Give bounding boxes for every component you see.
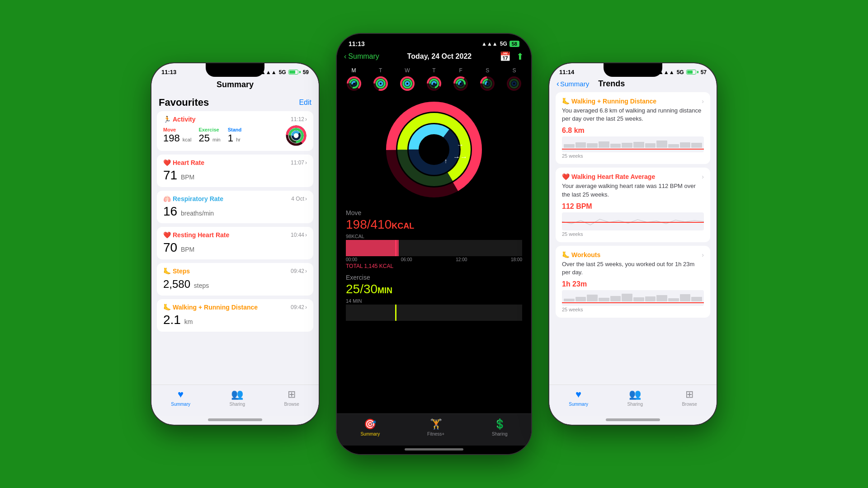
center-nav: ‹ Summary Today, 24 Oct 2022 📅 ⬆ xyxy=(337,49,531,66)
tab-summary-center[interactable]: 🎯 Summary xyxy=(360,418,380,436)
back-button-right[interactable]: ‹ Summary xyxy=(557,79,589,89)
activity-card[interactable]: 🏃 Activity 11:12 › Move 198 xyxy=(157,111,313,151)
back-chevron-center: ‹ xyxy=(344,52,346,61)
trend-hr-weeks: 25 weeks xyxy=(562,231,704,237)
day-ring-thu xyxy=(426,75,442,92)
day-ring-mon xyxy=(346,75,362,92)
day-sat[interactable]: S xyxy=(479,67,495,92)
resp-value: 16 breaths/min xyxy=(163,204,307,219)
resting-hr-header: ❤️ Resting Heart Rate 10:44 › xyxy=(163,231,307,239)
activity-time: 11:12 › xyxy=(291,116,307,122)
tab-summary-label-right: Summary xyxy=(569,402,588,407)
stand-value: 1 hr xyxy=(228,132,242,144)
exercise-stat-value-row: 25/30MIN xyxy=(346,282,522,296)
tab-summary-left[interactable]: ♥ Summary xyxy=(171,389,190,407)
day-wed[interactable]: W xyxy=(399,67,415,92)
tab-sharing-center[interactable]: 💲 Sharing xyxy=(492,418,507,436)
home-indicator-left xyxy=(208,418,262,421)
trend-workouts-value: 1h 23m xyxy=(562,280,704,288)
bar xyxy=(691,143,702,148)
share-icon[interactable]: ⬆ xyxy=(516,51,524,62)
day-thu[interactable]: T xyxy=(426,67,442,92)
battery-body-left xyxy=(288,70,298,75)
trend-workouts-weeks: 25 weeks xyxy=(562,307,704,312)
browse-icon-left: ⊞ xyxy=(288,389,296,400)
edit-button[interactable]: Edit xyxy=(299,99,311,107)
activity-header: 🏃 Activity 11:12 › xyxy=(163,116,307,123)
resp-header: 🫁 Respiratory Rate 4 Oct › xyxy=(163,195,307,202)
notch-left xyxy=(206,63,264,77)
bar xyxy=(668,298,679,301)
tab-browse-left[interactable]: ⊞ Browse xyxy=(284,389,299,407)
day-tue[interactable]: T xyxy=(373,67,389,92)
trend-workouts-card[interactable]: 🦶 Workouts › Over the last 25 weeks, you… xyxy=(556,246,710,318)
trend-workouts-chevron: › xyxy=(702,251,704,258)
trend-walking-chart xyxy=(562,136,704,152)
resp-rate-card[interactable]: 🫁 Respiratory Rate 4 Oct › 16 breaths/mi… xyxy=(157,191,313,223)
steps-icon: 🦶 xyxy=(163,267,171,275)
back-chevron-right: ‹ xyxy=(557,79,559,89)
trend-hr-value: 112 BPM xyxy=(562,202,704,211)
day-selector: M T xyxy=(337,66,531,95)
hr-time: 11:07 › xyxy=(291,160,307,166)
bar xyxy=(599,298,609,301)
steps-card[interactable]: 🦶 Steps 09:42 › 2,580 steps xyxy=(157,263,313,296)
trend-walking-value: 6.8 km xyxy=(562,127,704,135)
trend-workouts-desc: Over the last 25 weeks, you worked out f… xyxy=(562,260,704,277)
bar xyxy=(564,144,575,148)
resting-hr-card[interactable]: ❤️ Resting Heart Rate 10:44 › 70 BPM xyxy=(157,227,313,259)
day-mon[interactable]: M xyxy=(346,67,362,92)
trend-walking-line xyxy=(562,149,704,150)
walking-dist-card[interactable]: 🦶 Walking + Running Distance 09:42 › 2.1… xyxy=(157,299,313,332)
notch-center xyxy=(400,34,468,50)
battery-left xyxy=(288,70,301,75)
trend-walking-card[interactable]: 🦶 Walking + Running Distance › You avera… xyxy=(556,92,710,164)
exercise-label: Exercise xyxy=(198,127,220,132)
notch-right xyxy=(604,63,662,77)
move-bar-spike xyxy=(395,240,396,256)
large-activity-rings: → →→ ↑ xyxy=(384,100,484,199)
trend-walking-weeks: 25 weeks xyxy=(562,153,704,159)
walking-dist-value: 2.1 km xyxy=(163,313,307,327)
bar xyxy=(645,143,656,148)
activity-icon: 🏃 xyxy=(163,116,171,123)
trends-scroll: 🦶 Walking + Running Distance › You avera… xyxy=(549,92,717,385)
bar xyxy=(576,297,586,302)
day-sun[interactable]: S xyxy=(506,67,522,92)
resting-hr-time: 10:44 › xyxy=(291,232,307,238)
activity-chevron: › xyxy=(305,116,307,122)
tab-fitness-center[interactable]: 🏋 Fitness+ xyxy=(427,418,444,436)
heart-rate-card[interactable]: ❤️ Heart Rate 11:07 › 71 BPM xyxy=(157,155,313,187)
day-fri[interactable]: F xyxy=(453,67,469,92)
tab-summary-right[interactable]: ♥ Summary xyxy=(569,389,588,407)
move-bar-bg xyxy=(346,240,522,256)
tab-bar-right: ♥ Summary 👥 Sharing ⊞ Browse xyxy=(549,385,717,416)
day-letter-sun: S xyxy=(512,67,516,74)
battery-tip-left xyxy=(299,71,301,73)
summary-icon-left: ♥ xyxy=(178,389,184,400)
time-label-2: 12:00 xyxy=(456,257,467,262)
home-indicator-center xyxy=(405,448,463,450)
phone-left: 11:13 ▲▲▲ 5G 59 Summary Favourites Edit xyxy=(151,63,319,425)
tab-sharing-label-center: Sharing xyxy=(492,432,507,436)
trend-hr-card[interactable]: ❤️ Walking Heart Rate Average › Your ave… xyxy=(556,168,710,242)
trend-walking-header: 🦶 Walking + Running Distance › xyxy=(562,98,704,105)
back-button-center[interactable]: ‹ Summary xyxy=(344,52,379,61)
trend-hr-title: ❤️ Walking Heart Rate Average xyxy=(562,173,655,180)
signal-center: ▲▲▲ xyxy=(481,41,498,47)
center-date: Today, 24 Oct 2022 xyxy=(407,52,472,61)
tab-bar-left: ♥ Summary 👥 Sharing ⊞ Browse xyxy=(151,385,319,416)
tab-sharing-left[interactable]: 👥 Sharing xyxy=(229,389,245,407)
tab-sharing-right[interactable]: 👥 Sharing xyxy=(627,389,642,407)
calendar-icon[interactable]: 📅 xyxy=(500,51,511,62)
move-bar-fill xyxy=(346,240,399,256)
tab-browse-right[interactable]: ⊞ Browse xyxy=(682,389,697,407)
move-stat-row: Move 198/410KCAL 98KCAL 00:00 06:00 xyxy=(346,209,522,269)
tab-sharing-label-right: Sharing xyxy=(627,402,642,407)
time-left: 11:13 xyxy=(161,69,176,75)
move-group: Move 198 kcal xyxy=(163,127,191,144)
bar xyxy=(610,296,621,302)
day-ring-sun xyxy=(506,75,522,92)
screen-left: 11:13 ▲▲▲ 5G 59 Summary Favourites Edit xyxy=(151,63,319,425)
resp-title: 🫁 Respiratory Rate xyxy=(163,195,223,202)
